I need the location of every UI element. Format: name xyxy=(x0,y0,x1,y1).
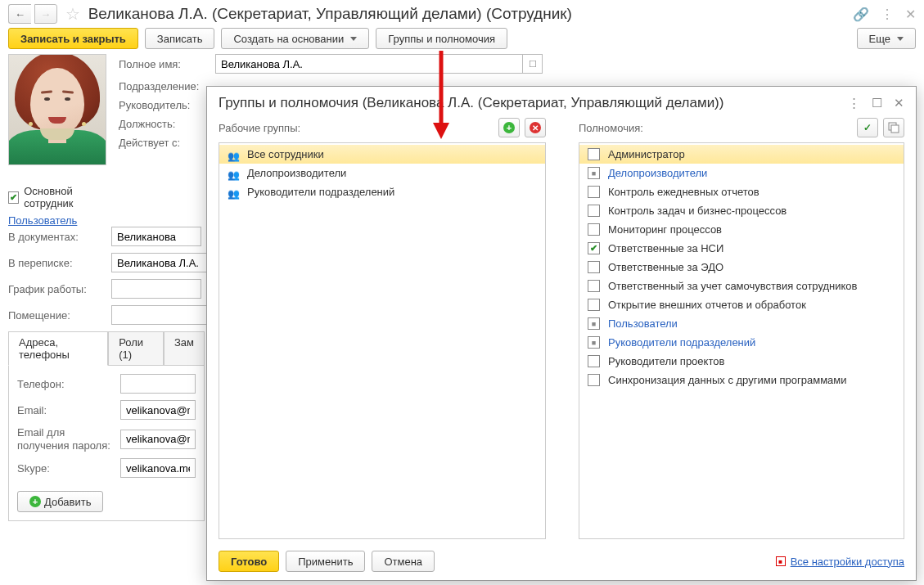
permission-checkbox[interactable] xyxy=(588,355,600,367)
all-access-settings-label: Все настройки доступа xyxy=(791,556,904,568)
add-contact-label: Добавить xyxy=(44,496,91,508)
skype-label: Skype: xyxy=(17,462,115,475)
phone-label: Телефон: xyxy=(17,378,115,390)
permission-list-item[interactable]: Ответственные за ЭДО xyxy=(579,258,904,277)
permission-checkbox[interactable] xyxy=(588,336,600,349)
permission-checkbox[interactable] xyxy=(588,167,600,179)
groups-and-permissions-button[interactable]: Группы и полномочия xyxy=(376,28,507,49)
in-docs-input[interactable] xyxy=(111,227,201,246)
groups-permissions-dialog: Группы и полномочия (Великанова Л.А. (Се… xyxy=(206,86,917,581)
more-button[interactable]: Еще xyxy=(857,28,916,49)
group-list-item[interactable]: Делопроизводители xyxy=(219,164,545,182)
effective-label: Действует с: xyxy=(119,137,210,149)
in-docs-label: В документах: xyxy=(8,231,106,243)
permission-list-item[interactable]: Руководители подразделений xyxy=(579,333,904,352)
permission-checkbox[interactable] xyxy=(588,148,600,160)
permission-list-item[interactable]: Ответственный за учет самочувствия сотру… xyxy=(579,277,904,295)
save-and-close-button[interactable]: Записать и закрыть xyxy=(8,28,138,49)
check-all-button[interactable]: ✓ xyxy=(857,118,878,137)
add-group-button[interactable]: + xyxy=(498,118,520,137)
skype-input[interactable] xyxy=(120,458,196,478)
dialog-kebab-icon[interactable]: ⋮ xyxy=(848,96,860,110)
permission-label: Пользователи xyxy=(608,317,678,330)
remove-group-button[interactable]: ✕ xyxy=(525,118,546,137)
permission-list-item[interactable]: Открытие внешних отчетов и обработок xyxy=(579,295,904,314)
full-name-label: Полное имя: xyxy=(119,58,210,70)
permission-label: Руководители проектов xyxy=(608,355,724,367)
add-contact-button[interactable]: + Добавить xyxy=(17,491,103,512)
ready-button[interactable]: Готово xyxy=(219,551,279,572)
plus-icon: + xyxy=(29,496,41,507)
permission-label: Делопроизводители xyxy=(608,167,707,179)
avatar[interactable] xyxy=(8,54,106,165)
permission-label: Мониторинг процессов xyxy=(608,223,722,236)
tab-addresses[interactable]: Адреса, телефоны xyxy=(8,331,108,366)
svg-rect-3 xyxy=(891,125,899,133)
permission-list-item[interactable]: Контроль задач и бизнес-процессов xyxy=(579,201,904,220)
main-employee-checkbox[interactable] xyxy=(8,191,19,204)
permission-list-item[interactable]: Ответственные за НСИ xyxy=(579,239,904,258)
check-all-icon: ✓ xyxy=(863,122,872,133)
kebab-menu-icon[interactable]: ⋮ xyxy=(881,7,894,22)
groups-column-label: Рабочие группы: xyxy=(219,122,300,134)
people-icon xyxy=(228,169,241,178)
permission-checkbox[interactable] xyxy=(588,223,600,236)
copy-icon xyxy=(888,122,899,133)
permission-checkbox[interactable] xyxy=(588,186,600,198)
perms-list[interactable]: АдминистраторДелопроизводителиКонтроль е… xyxy=(579,142,904,539)
save-button[interactable]: Записать xyxy=(145,28,215,49)
create-based-on-button[interactable]: Создать на основании xyxy=(221,28,369,49)
permission-checkbox[interactable] xyxy=(588,299,600,311)
x-icon: ✕ xyxy=(530,122,541,133)
schedule-label: График работы: xyxy=(8,283,106,295)
group-list-item[interactable]: Все сотрудники xyxy=(219,145,545,164)
permission-list-item[interactable]: Руководители проектов xyxy=(579,352,904,371)
dialog-maximize-icon[interactable]: ☐ xyxy=(872,96,882,110)
permission-label: Синхронизация данных с другими программа… xyxy=(608,374,847,386)
permission-checkbox[interactable] xyxy=(588,317,600,330)
permission-list-item[interactable]: Контроль ежедневных отчетов xyxy=(579,182,904,201)
apply-button[interactable]: Применить xyxy=(286,551,365,572)
report-icon: ■ xyxy=(776,556,786,566)
permission-checkbox[interactable] xyxy=(588,205,600,217)
all-access-settings-link[interactable]: ■ Все настройки доступа xyxy=(776,556,904,568)
permission-label: Ответственный за учет самочувствия сотру… xyxy=(608,280,858,292)
user-link[interactable]: Пользователь xyxy=(8,214,77,227)
favorite-star-icon[interactable]: ☆ xyxy=(65,4,80,24)
permission-checkbox[interactable] xyxy=(588,261,600,273)
in-corr-label: В переписке: xyxy=(8,257,106,269)
permission-list-item[interactable]: Синхронизация данных с другими программа… xyxy=(579,371,904,389)
group-item-label: Руководители подразделений xyxy=(247,186,394,198)
dialog-close-icon[interactable]: ✕ xyxy=(894,96,904,110)
groups-list[interactable]: Все сотрудникиДелопроизводителиРуководит… xyxy=(219,142,546,539)
permission-list-item[interactable]: Администратор xyxy=(579,145,904,164)
cancel-button[interactable]: Отмена xyxy=(372,551,435,572)
close-icon[interactable]: ✕ xyxy=(905,7,916,22)
nav-back-button[interactable]: ← xyxy=(8,4,31,24)
copy-perms-button[interactable] xyxy=(883,118,904,137)
email-input[interactable] xyxy=(120,400,196,420)
permission-label: Руководители подразделений xyxy=(608,336,755,349)
tab-deputy[interactable]: Зам xyxy=(164,331,205,366)
email-pw-input[interactable] xyxy=(120,430,196,449)
permission-checkbox[interactable] xyxy=(588,242,600,254)
email-label: Email: xyxy=(17,404,115,416)
permission-list-item[interactable]: Делопроизводители xyxy=(579,164,904,182)
expand-icon[interactable]: ☐ xyxy=(523,54,543,74)
full-name-input[interactable] xyxy=(215,54,523,74)
permission-label: Контроль ежедневных отчетов xyxy=(608,186,759,198)
nav-forward-button[interactable]: → xyxy=(34,4,57,24)
permission-label: Ответственные за НСИ xyxy=(608,242,723,254)
permission-checkbox[interactable] xyxy=(588,280,600,292)
manager-label: Руководитель: xyxy=(119,99,210,111)
permission-list-item[interactable]: Мониторинг процессов xyxy=(579,220,904,239)
dialog-title: Группы и полномочия (Великанова Л.А. (Се… xyxy=(219,95,723,111)
phone-input[interactable] xyxy=(120,374,196,394)
schedule-input[interactable] xyxy=(111,279,201,299)
link-icon[interactable]: 🔗 xyxy=(853,7,869,22)
group-list-item[interactable]: Руководители подразделений xyxy=(219,182,545,201)
permission-checkbox[interactable] xyxy=(588,374,600,386)
permission-list-item[interactable]: Пользователи xyxy=(579,314,904,333)
room-label: Помещение: xyxy=(8,309,106,322)
tab-roles[interactable]: Роли (1) xyxy=(108,331,164,366)
